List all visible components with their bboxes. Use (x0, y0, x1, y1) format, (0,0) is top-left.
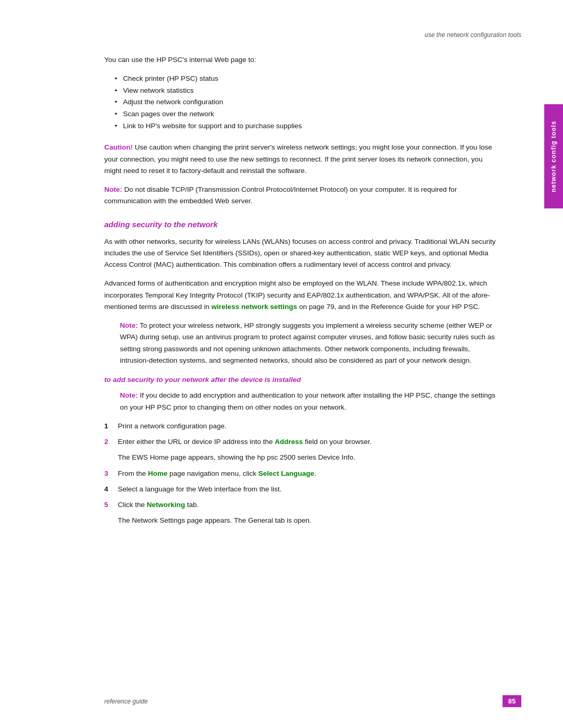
sub-note-label: Note: (120, 391, 138, 399)
sub-note-block: Note: If you decide to add encryption an… (120, 390, 500, 413)
note-text-1: Do not disable TCP/IP (Transmission Cont… (104, 186, 457, 205)
step-1: 1 Print a network configuration page. (104, 421, 500, 432)
intro-paragraph: You can use the HP PSC's internal Web pa… (104, 54, 500, 66)
list-item: Adjust the network configuration (115, 96, 500, 108)
list-item: Scan pages over the network (115, 108, 500, 120)
indented-note-text: To protect your wireless network, HP str… (120, 322, 495, 364)
step-1-text: Print a network configuration page. (118, 421, 500, 432)
step-5-text: Click the Networking tab. (118, 499, 500, 511)
main-content: You can use the HP PSC's internal Web pa… (104, 54, 500, 527)
footer-left-text: reference guide (104, 698, 148, 705)
sidebar-tab: network config tools (544, 104, 563, 208)
step-4: 4 Select a language for the Web interfac… (104, 484, 500, 495)
body-paragraph-1: As with other networks, security for wir… (104, 236, 500, 271)
list-item: View network statistics (115, 85, 500, 97)
step-5-num: 5 (104, 499, 112, 511)
step-2-num: 2 (104, 436, 112, 448)
feature-list: Check printer (HP PSC) status View netwo… (115, 73, 500, 133)
footer-page-number: 85 (503, 695, 521, 707)
caution-label: Caution! (104, 143, 133, 151)
note-block-1: Note: Do not disable TCP/IP (Transmissio… (104, 184, 500, 207)
caution-block: Caution! Use caution when changing the p… (104, 142, 500, 177)
step-2-link[interactable]: Address (275, 438, 303, 446)
step-2: 2 Enter either the URL or device IP addr… (104, 436, 500, 448)
sub-note-text: If you decide to add encryption and auth… (120, 391, 495, 411)
step-4-num: 4 (104, 484, 112, 495)
step-3-num: 3 (104, 468, 112, 479)
step-3-link2[interactable]: Select Language (258, 470, 314, 477)
body2-text-after: on page 79, and in the Reference Guide f… (297, 303, 480, 311)
body2-link[interactable]: wireless network settings (212, 303, 297, 311)
step-1-num: 1 (104, 421, 112, 432)
header-right-text: use the network configuration tools (104, 31, 521, 39)
step-5: 5 Click the Networking tab. (104, 499, 500, 511)
step-3: 3 From the Home page navigation menu, cl… (104, 468, 500, 479)
section-heading: adding security to the network (104, 220, 500, 229)
step-5-sub: The Network Settings page appears. The G… (118, 515, 500, 526)
steps-list: 1 Print a network configuration page. 2 … (104, 421, 500, 527)
indented-note-label: Note: (120, 322, 138, 329)
indented-note: Note: To protect your wireless network, … (120, 320, 500, 366)
sub-heading: to add security to your network after th… (104, 376, 500, 384)
list-item: Link to HP's website for support and to … (115, 120, 500, 132)
step-3-link1[interactable]: Home (148, 470, 168, 477)
step-5-link[interactable]: Networking (147, 501, 186, 509)
step-2-text: Enter either the URL or device IP addres… (118, 436, 500, 448)
step-2-sub: The EWS Home page appears, showing the h… (118, 452, 500, 463)
sidebar-tab-label: network config tools (550, 120, 557, 192)
footer: reference guide 85 (0, 695, 563, 707)
caution-text: Use caution when changing the print serv… (104, 143, 492, 175)
note-label-1: Note: (104, 186, 123, 193)
step-4-text: Select a language for the Web interface … (118, 484, 500, 495)
step-3-text: From the Home page navigation menu, clic… (118, 468, 500, 479)
page-container: network config tools use the network con… (0, 0, 563, 728)
list-item: Check printer (HP PSC) status (115, 73, 500, 85)
body-paragraph-2: Advanced forms of authentication and enc… (104, 278, 500, 313)
